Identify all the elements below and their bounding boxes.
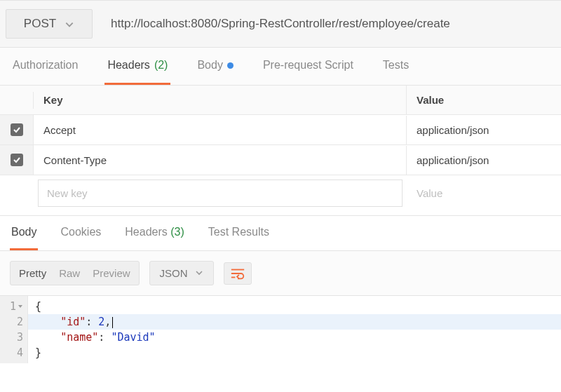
http-method-label: POST: [24, 17, 56, 31]
url-input[interactable]: [105, 10, 555, 38]
header-row: Content-Type application/json: [0, 145, 561, 175]
tab-body-label: Body: [197, 59, 222, 72]
wrap-icon: [230, 267, 245, 280]
gutter-line: 2: [0, 314, 23, 330]
tab-body[interactable]: Body: [194, 59, 236, 85]
tab-prerequest[interactable]: Pre-request Script: [260, 59, 356, 85]
chevron-down-icon: [65, 19, 74, 29]
format-dropdown[interactable]: JSON: [149, 261, 214, 285]
header-row: Accept application/json: [0, 115, 561, 145]
tab-headers[interactable]: Headers (2): [104, 59, 170, 85]
code-line: "name": "David": [28, 330, 561, 345]
resp-tab-body[interactable]: Body: [10, 226, 38, 250]
tab-authorization[interactable]: Authorization: [10, 59, 81, 85]
resp-tab-cookies[interactable]: Cookies: [59, 226, 102, 250]
line-gutter: 1 2 3 4: [0, 296, 28, 363]
view-preview[interactable]: Preview: [93, 267, 130, 279]
header-value[interactable]: application/json: [407, 146, 561, 175]
chevron-down-icon: [195, 267, 203, 279]
header-row-new: New key Value: [0, 175, 561, 211]
header-key[interactable]: Accept: [34, 116, 407, 144]
header-row-checkbox-cell: [0, 115, 34, 144]
header-value[interactable]: application/json: [407, 116, 561, 144]
format-label: JSON: [160, 267, 188, 279]
response-viewer-toolbar: Pretty Raw Preview JSON: [0, 251, 561, 296]
response-body-editor[interactable]: 1 2 3 4 { "id": 2, "name": "David" }: [0, 296, 561, 363]
gutter-line: 3: [0, 330, 23, 345]
headers-table-header: Key Value: [0, 86, 561, 115]
gutter-line: 1: [0, 299, 23, 314]
response-tabs: Body Cookies Headers (3) Test Results: [0, 215, 561, 251]
view-pretty[interactable]: Pretty: [19, 267, 46, 279]
new-key-input[interactable]: New key: [38, 180, 403, 207]
wrap-lines-button[interactable]: [224, 262, 252, 285]
resp-tab-cookies-label: Cookies: [60, 226, 101, 238]
checkbox[interactable]: [11, 154, 23, 166]
resp-tab-testresults-label: Test Results: [208, 226, 269, 238]
dot-icon: [227, 62, 234, 69]
tab-tests[interactable]: Tests: [380, 59, 412, 85]
code-body[interactable]: { "id": 2, "name": "David" }: [28, 296, 561, 363]
request-bar: POST: [0, 0, 561, 48]
tab-headers-label: Headers: [107, 59, 149, 72]
resp-tab-headers-count: (3): [170, 226, 184, 238]
http-method-dropdown[interactable]: POST: [6, 9, 93, 39]
view-raw[interactable]: Raw: [59, 267, 80, 279]
code-line: "id": 2,: [28, 314, 561, 330]
gutter-line: 4: [0, 345, 23, 360]
code-line: {: [28, 299, 561, 314]
tab-prerequest-label: Pre-request Script: [263, 59, 353, 72]
header-key-col: Key: [34, 86, 407, 114]
checkbox[interactable]: [11, 123, 23, 136]
tab-headers-count: (2): [154, 59, 168, 72]
headers-table: Key Value Accept application/json Conten…: [0, 86, 561, 211]
tab-tests-label: Tests: [383, 59, 409, 72]
new-value-input[interactable]: Value: [407, 179, 561, 208]
header-key[interactable]: Content-Type: [34, 146, 407, 175]
view-mode-segment: Pretty Raw Preview: [10, 261, 140, 285]
check-icon: [13, 156, 21, 164]
text-cursor: [112, 317, 113, 328]
tab-authorization-label: Authorization: [13, 59, 78, 72]
header-checkbox-col: [0, 92, 34, 109]
resp-tab-headers[interactable]: Headers (3): [123, 226, 186, 250]
code-line: }: [28, 345, 561, 360]
resp-tab-body-label: Body: [11, 226, 36, 238]
header-row-checkbox-cell: [0, 145, 34, 175]
header-value-col: Value: [407, 86, 561, 114]
header-row-checkbox-cell: [0, 185, 34, 202]
request-tabs: Authorization Headers (2) Body Pre-reque…: [0, 48, 561, 86]
resp-tab-headers-label: Headers: [125, 226, 167, 238]
resp-tab-testresults[interactable]: Test Results: [207, 226, 271, 250]
check-icon: [13, 126, 21, 134]
